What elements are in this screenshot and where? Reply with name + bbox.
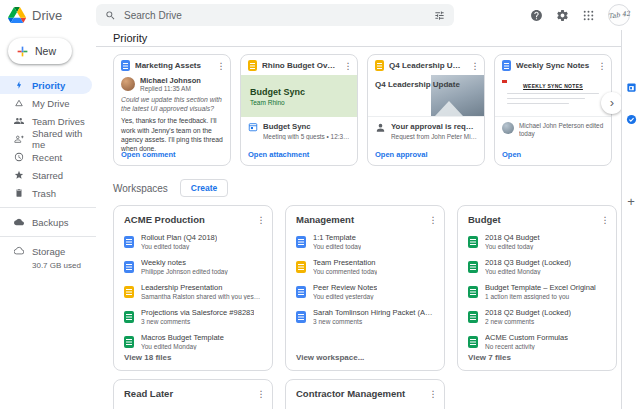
more-options-icon[interactable]: ⋮	[216, 61, 226, 71]
workspace-card-budget: Budget ⋮ 2018 Q4 Budget You edited today…	[457, 205, 617, 371]
tasks-icon[interactable]	[626, 114, 637, 125]
event-title: Budget Sync	[263, 122, 350, 131]
file-name: Rollout Plan (Q4 2018)	[141, 233, 217, 242]
open-approval-link[interactable]: Open approval	[375, 150, 428, 159]
more-options-icon[interactable]: ⋮	[597, 61, 607, 71]
more-options-icon[interactable]: ⋮	[256, 389, 266, 399]
sheets-file-icon	[124, 336, 134, 348]
file-name: 2018 Q4 Budget	[485, 233, 540, 242]
preview-text: Q4 Leadership Update	[375, 80, 477, 90]
search-options-tune-icon[interactable]	[434, 10, 445, 21]
view-workspace-link[interactable]: View workspace...	[296, 353, 364, 362]
file-row[interactable]: Weekly notes Philippe Johnson edited tod…	[114, 254, 272, 279]
more-options-icon[interactable]: ⋮	[428, 389, 438, 399]
priority-card-marketing-assets[interactable]: Marketing Assets ⋮ Michael Johnson Repli…	[113, 54, 231, 166]
sidebar-item-label: Priority	[32, 80, 65, 91]
file-meta: You edited Monday	[141, 343, 224, 350]
file-row[interactable]: The Story of ACME Foundations	[114, 403, 272, 409]
file-row[interactable]: Team Presentation You commented today	[286, 254, 444, 279]
sidebar-item-label: Storage	[32, 246, 65, 257]
workspace-cards-row-2: Read Later ⋮ The Story of ACME Foundatio…	[113, 379, 621, 409]
file-row[interactable]: Macros Budget Template You edited Monday	[114, 329, 272, 354]
view-files-link[interactable]: View 18 files	[124, 353, 171, 362]
file-row[interactable]: 1:1 Template You edited today	[286, 229, 444, 254]
activity-text: Michael John Peterson edited today	[519, 122, 604, 139]
file-row[interactable]: 2018 Q2 Budget (Locked) 2 new comments	[458, 304, 616, 329]
file-name: Macros Budget Template	[141, 333, 224, 342]
sidebar-item-backups[interactable]: Backups	[0, 213, 92, 231]
search-bar[interactable]	[96, 4, 454, 26]
sidebar-item-starred[interactable]: Starred	[0, 166, 92, 184]
priority-card-rhino-budget[interactable]: Rhino Budget Overview ⋮ Budget Sync Team…	[240, 54, 358, 166]
approval-status: Your approval is requested	[391, 122, 477, 131]
scroll-right-chevron-button[interactable]: ›	[601, 92, 621, 114]
sidebar-item-shared-with-me[interactable]: Shared with me	[0, 130, 92, 148]
file-row[interactable]: Rollout Plan (Q4 2018) You edited today	[114, 229, 272, 254]
file-row[interactable]: Hiring Form (Approved Q1 2019)	[286, 403, 444, 409]
sidebar-item-label: Recent	[32, 152, 62, 163]
more-options-icon[interactable]: ⋮	[600, 215, 610, 225]
view-files-link[interactable]: View 7 files	[468, 353, 511, 362]
commenter-name: Michael Johnson	[140, 76, 201, 85]
more-options-icon[interactable]: ⋮	[343, 61, 353, 71]
more-options-icon[interactable]: ⋮	[428, 215, 438, 225]
open-comment-link[interactable]: Open comment	[121, 150, 176, 159]
apps-grid-icon[interactable]	[582, 9, 595, 22]
sidebar-item-recent[interactable]: Recent	[0, 148, 92, 166]
more-options-icon[interactable]: ⋮	[256, 215, 266, 225]
sidebar-item-priority[interactable]: Priority	[0, 76, 92, 94]
create-workspace-button[interactable]: Create	[180, 179, 228, 197]
file-row[interactable]: 2018 Q4 Budget You edited today	[458, 229, 616, 254]
docs-file-icon	[296, 286, 306, 298]
sidebar-item-label: My Drive	[32, 98, 69, 109]
sidebar-divider	[0, 236, 96, 237]
sidebar-item-my-drive[interactable]: My Drive	[0, 94, 92, 112]
file-name: Leadership Presentation	[141, 283, 262, 292]
open-attachment-link[interactable]: Open attachment	[248, 150, 309, 159]
open-link[interactable]: Open	[502, 150, 521, 159]
document-preview[interactable]: Budget Sync Team Rhino	[241, 75, 357, 117]
sidebar-item-storage[interactable]: Storage	[0, 242, 92, 260]
add-addon-plus-icon[interactable]: +	[627, 195, 635, 208]
workspace-title: Budget	[468, 214, 600, 225]
priority-card-q4-leadership[interactable]: Q4 Leadership Update (Approved... ⋮ Q4 L…	[367, 54, 485, 166]
file-name: 1:1 Template	[313, 233, 361, 242]
settings-gear-icon[interactable]	[556, 9, 569, 22]
calendar-icon[interactable]	[626, 82, 637, 93]
more-options-icon[interactable]: ⋮	[470, 61, 480, 71]
document-preview[interactable]: WEEKLY SYNC NOTES	[495, 75, 611, 117]
drive-home-link[interactable]: Drive	[8, 7, 96, 23]
file-row[interactable]: Budget Template – Excel Original 1 actio…	[458, 279, 616, 304]
file-row[interactable]: Sarah Tomlinson Hiring Packet (Approved)…	[286, 304, 444, 329]
account-avatar[interactable]: Tab 42	[608, 4, 630, 26]
storage-cloud-icon	[14, 246, 24, 256]
file-row[interactable]: ACME Custom Formulas No recent activity	[458, 329, 616, 354]
approval-meta: Request from John Peter Michael	[391, 133, 477, 140]
file-meta: You commented today	[313, 268, 377, 275]
file-row[interactable]: 2018 Q3 Budget (Locked) You edited Monda…	[458, 254, 616, 279]
search-input[interactable]	[124, 10, 426, 21]
preview-doc-title: WEEKLY SYNC NOTES	[495, 83, 611, 89]
new-button[interactable]: New	[8, 38, 72, 64]
priority-card-weekly-sync-notes[interactable]: Weekly Sync Notes ⋮ WEEKLY SYNC NOTES Mi…	[494, 54, 612, 166]
file-row[interactable]: Projections via Salesforce #98283 3 new …	[114, 304, 272, 329]
approval-person-icon	[375, 122, 386, 133]
workspace-cards-row: ACME Production ⋮ Rollout Plan (Q4 2018)…	[113, 205, 621, 371]
sidebar-item-label: Shared with me	[32, 128, 92, 150]
recent-clock-icon	[14, 152, 24, 162]
sidebar-divider	[0, 207, 96, 208]
file-meta: You edited today	[313, 243, 361, 250]
file-name: 2018 Q2 Budget (Locked)	[485, 308, 571, 317]
help-icon[interactable]	[530, 9, 543, 22]
search-icon[interactable]	[105, 10, 116, 21]
workspace-title: Management	[296, 214, 428, 225]
file-row[interactable]: Peer Review Notes You edited yesterday	[286, 279, 444, 304]
trash-icon	[14, 188, 24, 198]
document-preview[interactable]: Q4 Leadership Update	[368, 75, 484, 117]
file-row[interactable]: Leadership Presentation Samantha Ralston…	[114, 279, 272, 304]
sidebar-item-trash[interactable]: Trash	[0, 184, 92, 202]
workspace-card-management: Management ⋮ 1:1 Template You edited tod…	[285, 205, 445, 371]
sidebar-item-label: Starred	[32, 170, 63, 181]
comment-reply: Yes, thanks for the feedback. I'll work …	[121, 116, 223, 153]
shared-with-me-icon	[14, 134, 24, 144]
